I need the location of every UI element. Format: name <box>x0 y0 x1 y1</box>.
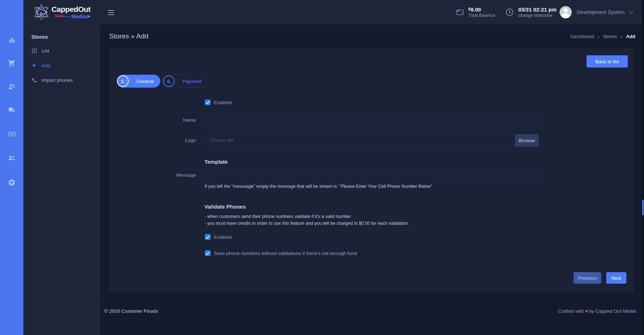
wallet-icon <box>456 8 464 17</box>
menu-toggle-button[interactable] <box>108 10 114 16</box>
banknote-icon <box>8 130 16 138</box>
message-input[interactable] <box>204 169 539 182</box>
people-icon <box>8 154 16 162</box>
chat-bubbles-icon <box>8 106 16 114</box>
file-placeholder: Choose file <box>209 135 234 146</box>
app-logo[interactable]: CappedOut Media Beta <box>23 0 100 24</box>
stores-sidebar: Stores List Add Import phones <box>23 24 100 335</box>
tab-label: General <box>137 79 154 84</box>
current-time: 03/31 02:21 pm <box>518 7 557 12</box>
beta-badge: Beta <box>54 13 63 18</box>
rail-item-customers[interactable] <box>7 82 17 91</box>
top-navbar: CappedOut Media Beta $9.00 Total Balance… <box>23 0 644 24</box>
message-label: Message <box>109 173 196 178</box>
play-triangle-icon <box>87 15 91 18</box>
sidebar-item-import-phones[interactable]: Import phones <box>31 76 73 84</box>
sidebar-item-label: List <box>42 48 49 53</box>
chevron-down-icon <box>629 9 633 13</box>
icon-rail <box>0 0 23 335</box>
add-store-card: Back to list 1. General 2. Payment Enabl… <box>109 48 634 293</box>
save-fallback-checkbox[interactable] <box>205 250 211 256</box>
validate-enabled-label: Enabled <box>214 234 232 240</box>
browse-button[interactable]: Browse <box>515 134 539 146</box>
bar-chart-icon <box>8 36 16 44</box>
heart-icon: ♥ <box>585 308 588 314</box>
page-scrollbar-track <box>642 0 644 335</box>
user-menu[interactable]: Development System <box>560 0 632 24</box>
page-title: Stores » Add <box>109 24 148 48</box>
rail-item-stores[interactable] <box>7 59 17 68</box>
sidebar-item-label: Add <box>42 63 50 68</box>
phone-icon <box>31 78 37 83</box>
sidebar-item-list[interactable]: List <box>31 47 49 54</box>
balance-amount: $9.00 <box>468 7 495 12</box>
message-help-text: If you left the "messsage" empty the mes… <box>204 184 432 189</box>
previous-button[interactable]: Previous <box>574 272 601 284</box>
rail-item-messages[interactable] <box>7 105 17 115</box>
breadcrumb-add: Add <box>626 34 635 39</box>
validate-enabled-checkbox[interactable] <box>205 234 211 240</box>
save-fallback-checkbox-row: Save phone numbers without validations i… <box>205 250 357 256</box>
balance-label: Total Balance <box>468 13 495 18</box>
breadcrumb-separator-icon: › <box>598 33 599 39</box>
validate-phones-heading: Validate Phones <box>204 204 246 210</box>
wizard-tabs: 1. General 2. Payment <box>117 75 208 88</box>
logo-file-input[interactable]: Choose file Browse <box>204 134 539 146</box>
name-input[interactable] <box>204 114 539 126</box>
clock-icon <box>505 8 514 17</box>
breadcrumb-separator-icon: › <box>621 33 622 39</box>
avatar-icon <box>560 6 572 18</box>
footer-copyright: © 2020 Customer Floods <box>104 308 158 314</box>
person-search-icon <box>8 83 16 91</box>
tab-payment[interactable]: 2. Payment <box>162 75 208 88</box>
brand-media: Media <box>71 14 87 19</box>
logo-label: Logo <box>109 138 196 143</box>
shopping-cart-icon <box>8 59 16 68</box>
breadcrumb-dashboard[interactable]: Dashboard <box>570 34 594 39</box>
user-name: Development System <box>577 9 625 15</box>
sidebar-heading: Stores <box>31 34 48 40</box>
plus-icon <box>31 63 37 68</box>
main-area: Stores » Add Dashboard › Stores › Add Ba… <box>100 24 644 335</box>
grid-icon <box>31 48 37 53</box>
sidebar-item-label: Import phones <box>42 78 73 83</box>
gear-icon <box>8 178 16 187</box>
enabled-label: Enabled <box>214 100 232 105</box>
back-to-list-button[interactable]: Back to list <box>586 55 628 68</box>
rail-item-dashboard[interactable] <box>7 36 17 45</box>
enabled-checkbox[interactable] <box>205 99 211 105</box>
name-label: Name <box>109 118 196 123</box>
footer-divider <box>100 300 644 301</box>
next-button[interactable]: Next <box>606 272 626 284</box>
rail-item-settings[interactable] <box>7 178 17 187</box>
tab-number: 1. <box>117 75 129 87</box>
rail-item-users[interactable] <box>7 153 17 162</box>
balance-widget: $9.00 Total Balance <box>456 0 495 24</box>
logo-star-icon <box>33 4 50 20</box>
tab-general[interactable]: 1. General <box>117 75 160 88</box>
validate-note-1: - when customers send their phone number… <box>204 214 351 219</box>
validate-enabled-checkbox-row: Enabled <box>205 234 232 240</box>
rail-item-payments[interactable] <box>7 129 17 139</box>
validate-note-2: - you must have credits in order to use … <box>204 221 409 226</box>
screen: CappedOut Media Beta $9.00 Total Balance… <box>0 0 644 335</box>
tab-number: 2. <box>163 75 175 87</box>
timezone-widget: 03/31 02:21 pm change timezone <box>505 0 557 24</box>
page-scrollbar-thumb[interactable] <box>642 200 644 215</box>
footer-credit: Crafted with♥by Capped Out Media <box>558 308 636 314</box>
change-timezone-link[interactable]: change timezone <box>518 13 557 18</box>
breadcrumb: Dashboard › Stores › Add <box>570 24 635 48</box>
sidebar-item-add[interactable]: Add <box>31 62 50 69</box>
breadcrumb-stores[interactable]: Stores <box>603 34 617 39</box>
brand-name: CappedOut <box>51 5 91 13</box>
save-fallback-label: Save phone numbers without validations i… <box>214 251 357 256</box>
tab-label: Payment <box>183 79 202 84</box>
enabled-checkbox-row: Enabled <box>205 99 232 105</box>
template-heading: Template <box>204 159 228 165</box>
